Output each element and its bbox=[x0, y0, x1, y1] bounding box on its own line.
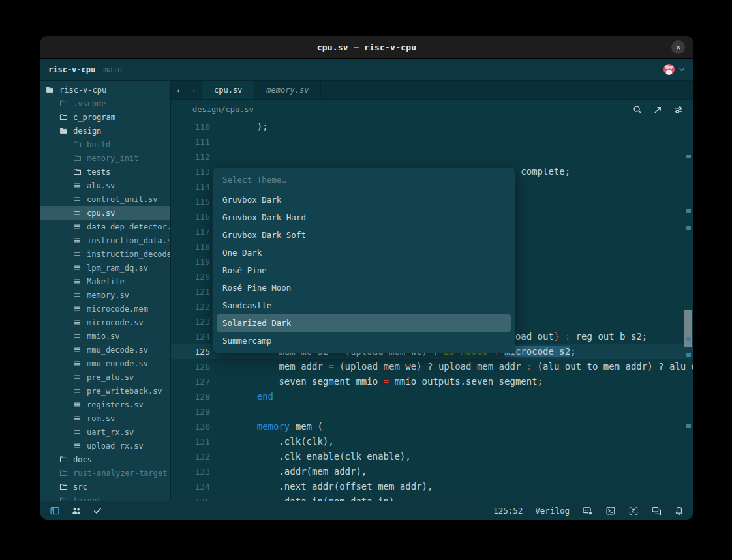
notifications-bell-icon[interactable] bbox=[675, 506, 684, 516]
search-icon[interactable] bbox=[633, 105, 643, 115]
inline-assist-icon[interactable] bbox=[653, 105, 663, 115]
project-name[interactable]: risc-v-cpu bbox=[48, 65, 95, 74]
tab-cpu-sv[interactable]: cpu.sv bbox=[202, 81, 254, 99]
code-line-112[interactable]: 112 bbox=[171, 149, 693, 164]
tree-item-label: memory_init bbox=[87, 154, 138, 163]
tree-item-memory.sv[interactable]: memory.sv bbox=[40, 288, 170, 302]
code-line-110[interactable]: 110 ); bbox=[171, 119, 693, 134]
code-line-135[interactable]: 135 .data_in(mem_data_in) bbox=[171, 494, 693, 501]
tree-item-src[interactable]: src bbox=[40, 480, 170, 494]
editor-pane: ← → cpu.sv memory.sv design/cpu.sv bbox=[171, 81, 693, 501]
tree-item-tests[interactable]: tests bbox=[40, 165, 170, 179]
theme-option-Gruvbox Dark[interactable]: Gruvbox Dark bbox=[217, 191, 511, 209]
terminal-icon[interactable] bbox=[605, 506, 616, 516]
cursor-position[interactable]: 125:52 bbox=[493, 506, 523, 516]
line-number: 133 bbox=[171, 464, 215, 479]
line-number: 131 bbox=[171, 434, 215, 449]
line-number: 123 bbox=[171, 314, 215, 329]
line-number: 127 bbox=[171, 374, 215, 389]
line-number: 113 bbox=[171, 164, 215, 179]
code-line-130[interactable]: 130 memory mem ( bbox=[171, 419, 693, 434]
theme-option-Rosé Pine[interactable]: Rosé Pine bbox=[217, 261, 511, 279]
tree-item-lpm_ram_dq.sv[interactable]: lpm_ram_dq.sv bbox=[40, 261, 170, 274]
editor-scrollbar[interactable] bbox=[684, 119, 693, 501]
editor-controls-icon[interactable] bbox=[673, 105, 684, 115]
code-line-111[interactable]: 111 bbox=[171, 134, 693, 149]
tree-item-rom.sv[interactable]: rom.sv bbox=[40, 411, 170, 425]
tree-item-alu.sv[interactable]: alu.sv bbox=[40, 179, 170, 192]
tree-item-docs[interactable]: docs bbox=[40, 452, 170, 466]
chevron-down-icon[interactable] bbox=[679, 66, 685, 73]
tree-item-design[interactable]: design bbox=[40, 124, 170, 138]
code-line-131[interactable]: 131 .clk(clk), bbox=[171, 434, 693, 449]
theme-option-Summercamp[interactable]: Summercamp bbox=[217, 332, 511, 349]
code-line-133[interactable]: 133 .addr(mem_addr), bbox=[171, 464, 693, 479]
edit-prediction-icon[interactable] bbox=[628, 506, 639, 516]
window-close-button[interactable]: ✕ bbox=[671, 40, 685, 54]
file-icon bbox=[73, 236, 82, 245]
tree-item-instruction_data.sv[interactable]: instruction_data.sv bbox=[40, 233, 170, 247]
tree-item-label: risc-v-cpu bbox=[59, 85, 106, 95]
tree-item-cpu.sv[interactable]: cpu.sv bbox=[40, 206, 170, 220]
language-selector[interactable]: Verilog bbox=[535, 506, 570, 516]
tree-item-memory_init[interactable]: memory_init bbox=[40, 151, 170, 165]
project-panel-toggle-icon[interactable] bbox=[50, 506, 60, 516]
tree-item-mmio.sv[interactable]: mmio.sv bbox=[40, 329, 170, 343]
theme-option-Gruvbox Dark Soft[interactable]: Gruvbox Dark Soft bbox=[217, 226, 511, 244]
theme-option-Sandcastle[interactable]: Sandcastle bbox=[217, 297, 511, 314]
tree-item-mmu_encode.sv[interactable]: mmu_encode.sv bbox=[40, 357, 170, 370]
tree-item-instruction_decoder.sv[interactable]: instruction_decoder.sv bbox=[40, 247, 170, 261]
nav-back-icon[interactable]: ← bbox=[177, 85, 183, 95]
tree-item-.vscode[interactable]: .vscode bbox=[40, 96, 170, 110]
code-line-129[interactable]: 129 bbox=[171, 404, 693, 419]
tree-item-microcode.mem[interactable]: microcode.mem bbox=[40, 302, 170, 316]
breadcrumb[interactable]: design/cpu.sv bbox=[192, 105, 254, 114]
tree-item-label: mmu_encode.sv bbox=[87, 359, 148, 368]
tree-item-label: src bbox=[73, 482, 87, 492]
tree-item-build[interactable]: build bbox=[40, 138, 170, 151]
nav-forward-icon[interactable]: → bbox=[191, 85, 196, 95]
assistant-icon[interactable] bbox=[582, 505, 593, 516]
tree-item-Makefile[interactable]: Makefile bbox=[40, 274, 170, 288]
tree-item-pre_writeback.sv[interactable]: pre_writeback.sv bbox=[40, 384, 170, 398]
folder-icon bbox=[73, 140, 82, 149]
scrollbar-mark bbox=[686, 226, 691, 230]
code-line-127[interactable]: 127 seven_segment_mmio = mmio_outputs.se… bbox=[171, 374, 693, 389]
tree-item-label: tests bbox=[87, 168, 110, 177]
diagnostics-check-icon[interactable] bbox=[93, 506, 102, 516]
tree-item-microcode.sv[interactable]: microcode.sv bbox=[40, 316, 170, 329]
branch-name[interactable]: main bbox=[103, 65, 122, 74]
tab-memory-sv[interactable]: memory.sv bbox=[254, 81, 321, 99]
tree-item-c_program[interactable]: c_program bbox=[40, 110, 170, 124]
avatar[interactable] bbox=[663, 64, 675, 75]
tree-item-control_unit.sv[interactable]: control_unit.sv bbox=[40, 192, 170, 206]
code-line-126[interactable]: 126 mem_addr = (upload_mem_we) ? upload_… bbox=[171, 359, 693, 374]
tree-item-risc-v-cpu[interactable]: risc-v-cpu bbox=[40, 83, 170, 96]
theme-option-Gruvbox Dark Hard[interactable]: Gruvbox Dark Hard bbox=[217, 209, 511, 226]
tree-item-label: memory.sv bbox=[87, 291, 129, 300]
file-icon bbox=[73, 373, 82, 382]
collaboration-icon[interactable] bbox=[71, 506, 82, 516]
theme-option-One Dark[interactable]: One Dark bbox=[217, 244, 511, 261]
folder-icon bbox=[73, 154, 82, 163]
tree-item-data_dep_detector.sv[interactable]: data_dep_detector.sv bbox=[40, 220, 170, 233]
tree-item-registers.sv[interactable]: registers.sv bbox=[40, 398, 170, 411]
tree-item-upload_rx.sv[interactable]: upload_rx.sv bbox=[40, 439, 170, 452]
theme-option-Rosé Pine Moon[interactable]: Rosé Pine Moon bbox=[217, 279, 511, 297]
code-line-128[interactable]: 128 end bbox=[171, 389, 693, 404]
tree-item-mmu_decode.sv[interactable]: mmu_decode.sv bbox=[40, 343, 170, 357]
tree-item-rust-analyzer-target[interactable]: rust-analyzer-target bbox=[40, 466, 170, 480]
tree-item-uart_rx.sv[interactable]: uart_rx.sv bbox=[40, 425, 170, 439]
theme-search-input[interactable]: Select Theme… bbox=[213, 168, 515, 191]
tree-item-target[interactable]: target bbox=[40, 494, 170, 501]
chat-icon[interactable] bbox=[651, 506, 662, 516]
line-content: .clk_enable(clk_enable), bbox=[215, 449, 693, 464]
theme-option-Solarized Dark[interactable]: Solarized Dark bbox=[217, 314, 511, 332]
code-line-132[interactable]: 132 .clk_enable(clk_enable), bbox=[171, 449, 693, 464]
code-line-134[interactable]: 134 .next_addr(offset_mem_addr), bbox=[171, 479, 693, 494]
code-editor[interactable]: 110 );111112113 complete;114115116117118… bbox=[171, 119, 693, 501]
tree-item-label: instruction_decoder.sv bbox=[87, 250, 171, 259]
scrollbar-thumb[interactable] bbox=[684, 310, 692, 347]
line-content: seven_segment_mmio = mmio_outputs.seven_… bbox=[215, 374, 693, 389]
tree-item-pre_alu.sv[interactable]: pre_alu.sv bbox=[40, 370, 170, 384]
